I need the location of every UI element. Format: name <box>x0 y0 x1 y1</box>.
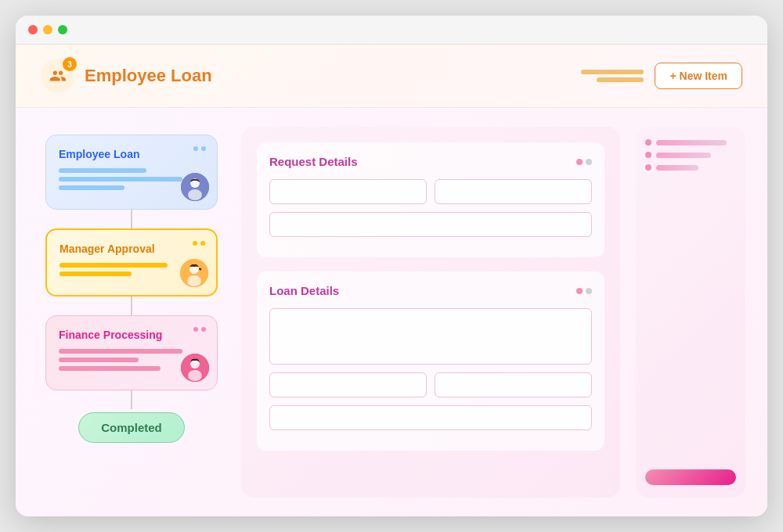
workflow-card-finance-processing[interactable]: Finance Processing <box>45 315 218 390</box>
request-field-1[interactable] <box>269 179 427 204</box>
svg-point-8 <box>188 370 202 381</box>
right-dot-1 <box>645 139 651 146</box>
app-header: 3 Employee Loan + New Item <box>16 45 767 108</box>
loan-details-section: Loan Details <box>257 271 604 451</box>
s-dot1 <box>576 288 583 294</box>
center-panel: Request Details Loan Details <box>241 127 620 498</box>
avatar-manager <box>180 259 208 287</box>
section-header-request: Request Details <box>269 155 592 168</box>
svg-point-5 <box>187 275 201 286</box>
header-left: 3 Employee Loan <box>41 59 212 93</box>
card-line <box>59 366 161 371</box>
avatar-person2-icon <box>180 259 208 287</box>
right-dot-3 <box>645 164 651 171</box>
employee-loan-card-title: Employee Loan <box>59 148 204 160</box>
dot2 <box>201 146 206 151</box>
right-bar-3 <box>656 165 698 171</box>
card-line <box>59 349 182 354</box>
card-dots <box>193 327 206 332</box>
right-spacer <box>645 177 736 463</box>
avatar-finance <box>181 354 209 382</box>
dot2 <box>201 327 206 332</box>
avatar-person-icon <box>181 173 209 201</box>
request-form-row1 <box>269 179 592 204</box>
card-line <box>60 263 168 268</box>
minimize-icon[interactable] <box>43 25 52 34</box>
loan-field-3[interactable] <box>269 405 592 430</box>
workflow-card-employee-loan[interactable]: Employee Loan <box>45 135 218 210</box>
main-content: Employee Loan <box>16 108 767 516</box>
loan-field-2[interactable] <box>435 372 592 397</box>
right-item-3 <box>645 164 736 171</box>
section-header-loan: Loan Details <box>269 284 592 297</box>
finance-processing-card-title: Finance Processing <box>59 329 204 341</box>
connector-2 <box>131 297 132 315</box>
dot1 <box>193 146 198 151</box>
right-dot-2 <box>645 152 651 158</box>
s-dot1 <box>576 159 583 165</box>
header-decoration <box>581 70 644 82</box>
workflow-panel: Employee Loan <box>38 127 226 498</box>
icon-badge: 3 <box>63 57 77 71</box>
titlebar <box>16 16 767 45</box>
workflow-card-manager-approval[interactable]: Manager Approval <box>45 228 218 297</box>
card-dots <box>193 241 205 246</box>
users-icon <box>49 67 67 84</box>
app-window: 3 Employee Loan + New Item Employee Loan <box>16 16 767 516</box>
right-item-1 <box>645 139 736 146</box>
close-icon[interactable] <box>28 25 38 34</box>
card-line <box>59 358 139 362</box>
header-icon-wrap: 3 <box>41 59 75 93</box>
completed-badge: Completed <box>78 412 185 443</box>
card-line <box>59 185 124 190</box>
card-dots <box>193 146 206 151</box>
right-item-2 <box>645 152 736 158</box>
right-panel <box>636 127 745 498</box>
section-dots <box>576 159 592 165</box>
svg-point-2 <box>188 189 202 200</box>
avatar-employee-loan <box>181 173 209 201</box>
dot1 <box>193 241 197 246</box>
request-details-title: Request Details <box>269 155 358 168</box>
connector-1 <box>131 210 132 228</box>
avatar-person3-icon <box>181 354 209 382</box>
request-field-2[interactable] <box>435 179 592 204</box>
right-bar-2 <box>656 153 711 158</box>
loan-textarea[interactable] <box>269 308 592 365</box>
s-dot2 <box>586 159 592 165</box>
page-title: Employee Loan <box>85 66 212 86</box>
loan-form-row1 <box>269 372 592 397</box>
right-action-button[interactable] <box>645 469 736 485</box>
card-line <box>60 271 132 276</box>
request-field-3[interactable] <box>269 212 592 237</box>
card-line <box>59 177 182 182</box>
dot2 <box>200 241 205 246</box>
loan-details-title: Loan Details <box>269 284 339 297</box>
connector-3 <box>131 390 132 409</box>
right-bar-1 <box>656 140 727 146</box>
new-item-button[interactable]: + New Item <box>655 63 742 89</box>
manager-approval-card-title: Manager Approval <box>60 243 204 255</box>
request-details-section: Request Details <box>257 142 604 257</box>
section-dots <box>576 288 592 294</box>
maximize-icon[interactable] <box>58 25 67 34</box>
loan-field-1[interactable] <box>269 372 427 397</box>
card-line <box>59 168 146 173</box>
dot1 <box>193 327 198 332</box>
header-right: + New Item <box>581 63 742 89</box>
s-dot2 <box>586 288 592 294</box>
